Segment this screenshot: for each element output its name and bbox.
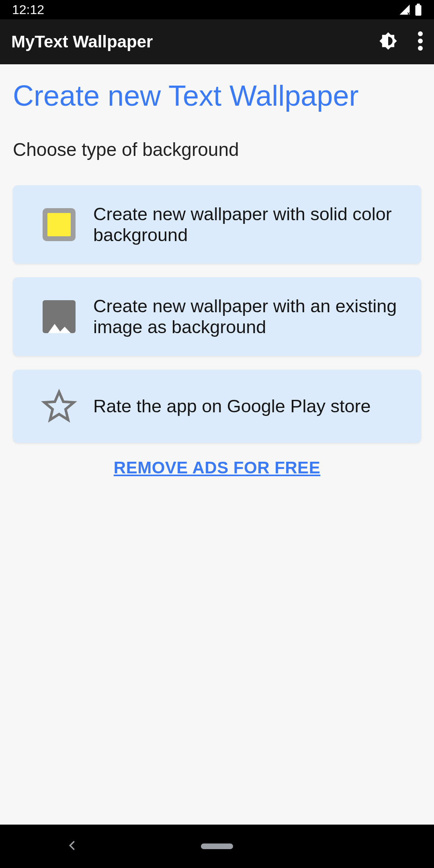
status-bar: 12:12 x [0,0,434,19]
svg-text:x: x [407,11,410,16]
status-time: 12:12 [12,2,44,17]
page-subtitle: Choose type of background [13,139,421,160]
svg-point-5 [418,46,423,51]
svg-rect-2 [417,4,420,6]
card-image-background-label: Create new wallpaper with an existing im… [93,296,409,338]
brightness-icon[interactable] [378,31,399,53]
svg-marker-6 [47,324,62,333]
app-bar-actions [378,31,423,53]
solid-color-icon [25,208,93,241]
card-rate-app[interactable]: Rate the app on Google Play store [13,370,421,443]
navigation-bar [0,825,434,868]
svg-rect-1 [416,5,422,16]
battery-icon [415,4,422,16]
svg-point-3 [418,31,423,36]
status-icons: x [399,4,422,16]
card-solid-color-label: Create new wallpaper with solid color ba… [93,204,409,246]
card-solid-color[interactable]: Create new wallpaper with solid color ba… [13,185,421,264]
home-pill[interactable] [201,843,233,849]
remove-ads-link[interactable]: REMOVE ADS FOR FREE [114,458,320,477]
back-icon[interactable] [66,840,78,853]
star-icon [25,388,93,424]
signal-icon: x [399,4,411,16]
image-icon [25,300,93,333]
page-heading: Create new Text Wallpaper [13,79,421,113]
more-icon[interactable] [418,31,423,52]
svg-point-4 [418,39,423,43]
card-image-background[interactable]: Create new wallpaper with an existing im… [13,277,421,356]
card-rate-app-label: Rate the app on Google Play store [93,396,375,417]
svg-marker-7 [58,327,72,333]
main-content: Create new Text Wallpaper Choose type of… [0,64,434,477]
remove-ads-container: REMOVE ADS FOR FREE [13,458,421,477]
app-bar: MyText Wallpaper [0,19,434,64]
app-title: MyText Wallpaper [11,32,153,51]
